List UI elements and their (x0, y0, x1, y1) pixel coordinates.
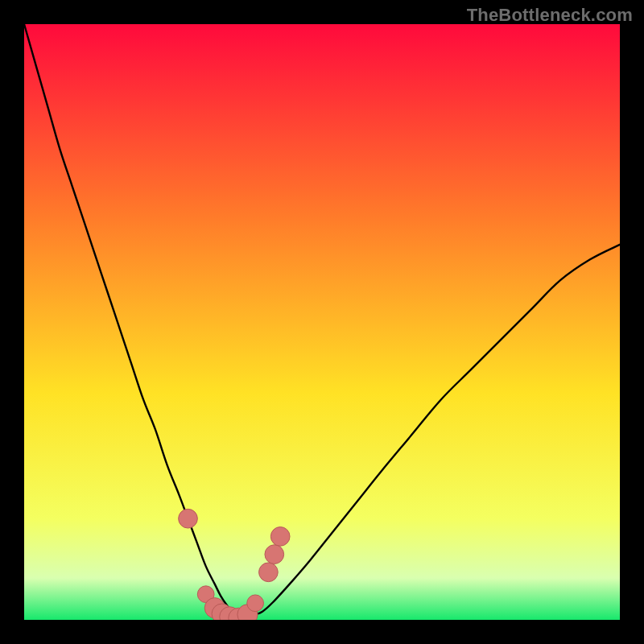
curve-marker (265, 545, 284, 564)
curve-marker (247, 595, 264, 612)
plot-area (24, 24, 620, 620)
bottleneck-chart (24, 24, 620, 620)
chart-frame: TheBottleneck.com (0, 0, 644, 644)
curve-marker (259, 563, 279, 582)
curve-marker (270, 527, 290, 547)
watermark-text: TheBottleneck.com (467, 5, 633, 26)
gradient-background (24, 24, 620, 620)
curve-marker (179, 509, 198, 528)
